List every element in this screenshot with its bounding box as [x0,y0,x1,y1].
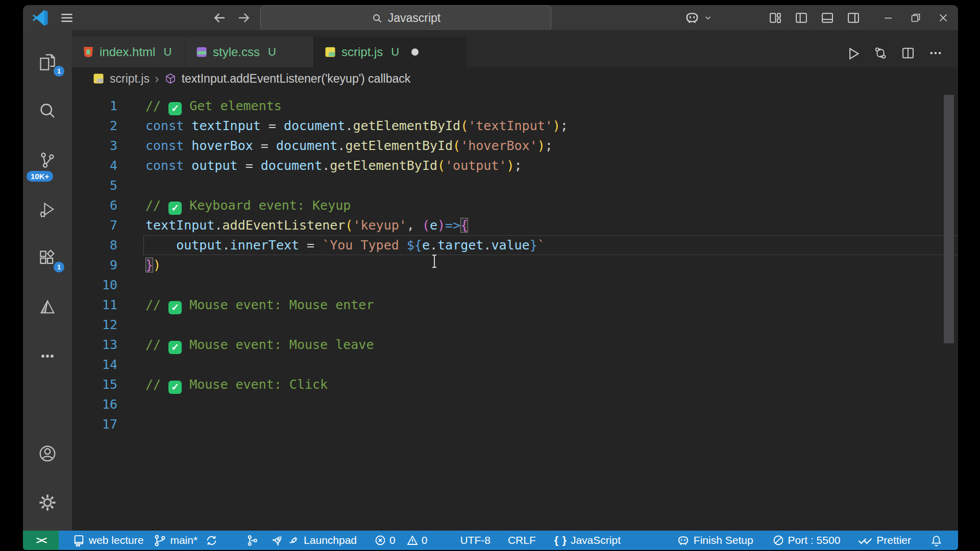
code-line-15[interactable]: 15// ✓ Mouse event: Click [72,374,958,394]
close-icon[interactable] [929,12,957,24]
code-line-5[interactable]: 5 [72,176,958,195]
toggle-secondary-sidebar-icon[interactable] [840,11,866,25]
forward-arrow-icon[interactable] [236,5,252,30]
code-editor[interactable]: 1// ✓ Get elements2const textInput = doc… [72,90,958,531]
copilot-menu-button[interactable] [684,5,713,30]
activity-extensions[interactable]: 1 [23,234,72,283]
line-number[interactable]: 10 [72,275,117,295]
activity-settings[interactable] [23,478,72,527]
activity-prism[interactable] [23,283,72,332]
status-web-lecture[interactable]: web lecture [72,534,143,547]
line-number[interactable]: 17 [72,414,117,434]
status-launchpad[interactable]: Launchpad [271,534,357,547]
code-line-12[interactable]: 12 [72,315,958,335]
tab-style.css[interactable]: CSSstyle.cssU [185,37,314,67]
status-port[interactable]: Port : 5500 [772,534,841,546]
menu-icon[interactable] [59,5,75,30]
code-line-1[interactable]: 1// ✓ Get elements [72,96,958,116]
line-number[interactable]: 15 [72,374,117,394]
breadcrumb-symbol[interactable]: textInput.addEventListener('keyup') call… [182,72,411,86]
line-number[interactable]: 6 [72,195,117,215]
tab-index.html[interactable]: 5index.htmlU [72,37,185,67]
status-sync[interactable] [205,534,218,547]
code-line-10[interactable]: 10 [72,275,958,295]
activity-explorer[interactable]: 1 [23,38,72,87]
code-line-4[interactable]: 4const output = document.getElementById(… [72,156,958,176]
line-number[interactable]: 2 [72,116,117,136]
editor-scrollbar[interactable] [944,95,954,343]
line-number[interactable]: 1 [72,96,117,116]
status-encoding[interactable]: UTF-8 [460,534,491,546]
tab-script.js[interactable]: JSscript.jsU [314,37,467,67]
activity-run-debug[interactable] [23,185,72,234]
breadcrumb-file[interactable]: script.js [110,72,150,86]
code-line-16[interactable]: 16 [72,394,958,414]
restore-icon[interactable] [902,12,929,24]
code-line-17[interactable]: 17 [72,414,958,434]
token: 'output' [445,158,506,173]
token: output [191,158,237,173]
status-eol[interactable]: CRLF [508,534,536,546]
breadcrumb[interactable]: JS script.js › textInput.addEventListene… [72,67,958,90]
split-editor-button[interactable] [901,46,915,60]
customize-layout-icon[interactable] [762,11,788,25]
status-language[interactable]: { }JavaScript [554,534,621,546]
code-line-13[interactable]: 13// ✓ Mouse event: Mouse leave [72,335,958,355]
code-line-11[interactable]: 11// ✓ Mouse event: Mouse enter [72,295,958,315]
more-actions-button[interactable] [928,46,943,60]
token: 'keyup' [353,218,406,233]
toggle-sidebar-icon[interactable] [788,11,814,25]
run-file-button[interactable] [846,46,860,60]
line-number[interactable]: 11 [72,295,117,315]
remote-indicator[interactable]: >< [23,531,59,550]
html-icon: 5 [82,46,94,58]
code-line-7[interactable]: 7textInput.addEventListener('keyup', (e)… [72,215,958,235]
line-number[interactable]: 9 [72,255,117,275]
status-prettier[interactable]: Prettier [857,534,911,547]
status-finish-setup[interactable]: Finish Setup [676,534,753,547]
token: // [145,297,168,312]
token: . [337,138,345,153]
text-cursor-icon [430,254,438,268]
token: { [460,218,468,233]
warning-icon [406,534,419,546]
line-number[interactable]: 8 [72,235,117,255]
line-number[interactable]: 7 [72,215,117,235]
status-label: 0 [422,534,428,546]
line-text [117,414,145,434]
minimize-icon[interactable] [874,12,902,24]
code-line-8[interactable]: 8 output.innerText = `You Typed ${e.targ… [72,235,958,255]
status-left: web lecturemain*Launchpad00UTF-8CRLF{ }J… [59,534,621,547]
activity-source-control[interactable]: 10K+ [23,136,72,185]
token: = [261,118,284,133]
status-graph[interactable] [246,534,259,547]
line-number[interactable]: 16 [72,394,117,414]
line-text: // ✓ Mouse event: Mouse leave [117,335,374,355]
status-bell[interactable] [930,534,943,547]
open-changes-button[interactable] [873,46,888,60]
toggle-panel-icon[interactable] [814,11,840,25]
token: e [422,238,430,253]
line-number[interactable]: 5 [72,176,117,195]
token: ) [506,158,514,173]
line-text [117,315,145,335]
line-number[interactable]: 13 [72,335,117,355]
back-arrow-icon[interactable] [212,5,227,30]
code-line-6[interactable]: 6// ✓ Keyboard event: Keyup [72,195,958,215]
line-number[interactable]: 3 [72,136,117,156]
unsaved-dot-icon[interactable] [411,48,419,56]
activity-more[interactable] [23,332,72,381]
code-line-3[interactable]: 3const hoverBox = document.getElementByI… [72,136,958,156]
code-line-9[interactable]: 9}) [72,255,958,275]
line-number[interactable]: 4 [72,156,117,176]
code-line-2[interactable]: 2const textInput = document.getElementBy… [72,116,958,136]
command-center-search[interactable]: Javascript [260,5,551,31]
activity-accounts[interactable] [23,429,72,478]
activity-search[interactable] [23,87,72,136]
line-number[interactable]: 14 [72,355,117,374]
line-number[interactable]: 12 [72,315,117,335]
code-line-14[interactable]: 14 [72,355,958,374]
status-problems[interactable]: 00 [374,534,427,546]
branch-icon [154,534,166,547]
status-branch[interactable]: main* [154,534,198,547]
